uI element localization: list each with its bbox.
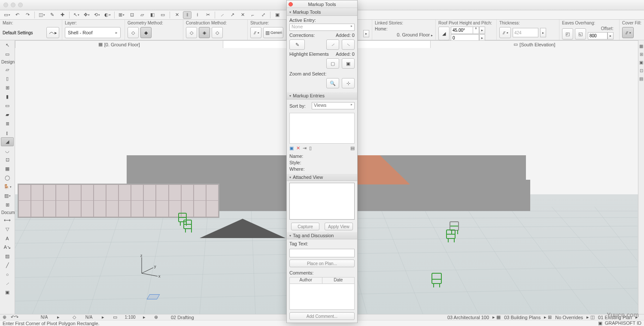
- redo-button[interactable]: ↷: [23, 11, 32, 19]
- label-tool[interactable]: A↘: [1, 243, 14, 252]
- arrow-tool[interactable]: ↖: [1, 41, 14, 50]
- step-icon[interactable]: ▸: [57, 314, 60, 320]
- eaves-icon-1[interactable]: ◰: [562, 28, 573, 39]
- suspend-button[interactable]: ✕: [173, 11, 181, 19]
- markup-tools-panel[interactable]: Markup Tools Markup Tools Active Entry: …: [286, 0, 358, 323]
- zoom-btn[interactable]: 🔍: [326, 78, 339, 88]
- object-tool[interactable]: 🪑: [1, 182, 14, 191]
- marquee-tool[interactable]: ▭: [1, 50, 14, 59]
- eaves-icon-2[interactable]: ◱: [575, 28, 586, 39]
- level-tool[interactable]: ▽: [1, 225, 14, 234]
- settings-button[interactable]: ▸: [46, 27, 59, 38]
- nav-icon-1[interactable]: ▦: [639, 44, 643, 48]
- polyline-tool[interactable]: ⟋: [1, 279, 14, 288]
- trim-button[interactable]: ✂: [204, 11, 212, 19]
- wall-tool[interactable]: ▱: [1, 65, 14, 74]
- add-comment-button[interactable]: Add Comment...: [289, 312, 355, 320]
- nav-icon-3[interactable]: ▣: [639, 60, 643, 65]
- section-attached-view[interactable]: Attached View: [287, 173, 357, 181]
- intersect-button[interactable]: ✕: [238, 11, 247, 19]
- fillet-button[interactable]: ⌐: [249, 11, 257, 19]
- highlight-btn-1[interactable]: ▢: [326, 58, 339, 69]
- mesh-tool[interactable]: ⊞: [1, 200, 14, 209]
- curtain-tool[interactable]: ▦: [1, 164, 14, 173]
- geom-method-2[interactable]: ◆: [140, 27, 152, 38]
- tab-south-elevation[interactable]: ▭[South Elevation]: [430, 40, 638, 48]
- entry-delete-btn[interactable]: ✕: [296, 145, 300, 151]
- highlight-btn-2[interactable]: ▣: [342, 58, 355, 69]
- offset-input[interactable]: [588, 32, 608, 39]
- snap-button[interactable]: ⊡: [128, 11, 136, 19]
- thickness-icon[interactable]: ⫽▸: [499, 27, 511, 38]
- step-icon-3[interactable]: ▸: [143, 314, 146, 320]
- align-v-button[interactable]: ⫲: [193, 11, 202, 19]
- grid-dropdown[interactable]: ⊞: [117, 11, 126, 19]
- step-icon-2[interactable]: ▸: [102, 314, 104, 320]
- angle-input[interactable]: [451, 27, 473, 34]
- entry-page-btn[interactable]: ▤: [350, 145, 355, 151]
- nav-icon-5[interactable]: ▤: [639, 76, 643, 81]
- section-tag-discussion[interactable]: Tag and Discussion: [287, 232, 357, 239]
- comments-list[interactable]: [289, 284, 355, 310]
- apply-view-button[interactable]: Apply View: [325, 223, 353, 230]
- zone-tool[interactable]: ▨: [1, 191, 14, 200]
- slab-tool[interactable]: ▰: [1, 110, 14, 119]
- constr-3[interactable]: ◇: [212, 27, 223, 38]
- undo-button[interactable]: ↶: [13, 11, 21, 19]
- struct-dropdown[interactable]: ▥Generi: [263, 27, 283, 38]
- adjust-button[interactable]: ↗: [228, 11, 237, 19]
- color-button[interactable]: ✚: [58, 11, 67, 19]
- sortby-select[interactable]: Views: [312, 102, 355, 109]
- railing-tool[interactable]: ⫿: [1, 128, 14, 137]
- geom-method-1[interactable]: ◇: [128, 27, 139, 38]
- entry-import-btn[interactable]: ⇥: [303, 145, 307, 151]
- mirror-dropdown[interactable]: ◐: [103, 11, 112, 19]
- zoom-in-icon[interactable]: ↷: [15, 314, 18, 320]
- sync-icon[interactable]: ▣: [598, 320, 602, 326]
- capture-button[interactable]: Capture: [291, 223, 319, 230]
- brand-id[interactable]: GRAPHISOFT ID: [605, 320, 641, 326]
- measure-button[interactable]: ✎: [48, 11, 56, 19]
- correction-add-btn[interactable]: ✎: [289, 39, 305, 50]
- traffic-lights[interactable]: [3, 3, 23, 7]
- morph-tool[interactable]: ◯: [1, 173, 14, 182]
- section-markup-entries[interactable]: Markup Entries: [287, 92, 357, 100]
- thickness-input[interactable]: [513, 28, 538, 37]
- line-tool[interactable]: ╱: [1, 261, 14, 270]
- marquee-dropdown[interactable]: ◫: [37, 11, 46, 19]
- select-btn[interactable]: ⊹: [342, 78, 355, 88]
- tab-ground-floor[interactable]: ▦[0. Ground Floor]: [15, 40, 223, 48]
- window-tool[interactable]: ⊞: [1, 83, 14, 92]
- drafting-status[interactable]: 02 Drafting: [171, 315, 194, 320]
- nav-icon-2[interactable]: ⊞: [640, 52, 643, 57]
- close-icon[interactable]: [289, 2, 293, 6]
- trace-button[interactable]: ◧: [148, 11, 157, 19]
- overrides-status[interactable]: No Overrides: [555, 315, 583, 320]
- column-tool[interactable]: ▮: [1, 92, 14, 101]
- plans-status[interactable]: 03 Building Plans: [504, 315, 541, 320]
- split-button[interactable]: ⟋: [218, 11, 226, 19]
- tag-text-input[interactable]: [289, 249, 355, 257]
- struct-icon-1[interactable]: ⫽▸: [250, 27, 261, 38]
- entry-new-btn[interactable]: ▣: [289, 145, 294, 151]
- shell-tool[interactable]: ◡: [1, 146, 14, 155]
- guide-button[interactable]: ▱: [138, 11, 146, 19]
- pitch-icon[interactable]: ◢: [438, 27, 450, 40]
- move-dropdown[interactable]: ✥: [82, 11, 91, 19]
- offset-arrow[interactable]: ▸: [608, 32, 614, 39]
- zoom-icon[interactable]: ⊕: [154, 314, 158, 320]
- ref-button[interactable]: ▭: [158, 11, 167, 19]
- cover-fill-button[interactable]: ⫽▸: [622, 27, 634, 38]
- constr-1[interactable]: ◇: [186, 27, 197, 38]
- roof-tool[interactable]: ◢: [1, 137, 14, 146]
- correction-btn-2[interactable]: ⟋: [326, 39, 339, 50]
- angle-arrow[interactable]: ▸: [479, 27, 485, 34]
- layer-dropdown[interactable]: Shell - Roof: [65, 27, 121, 38]
- entries-list[interactable]: [289, 113, 355, 144]
- circle-tool[interactable]: ○: [1, 270, 14, 279]
- rotate-dropdown[interactable]: ⟲: [93, 11, 101, 19]
- zoom-out-icon[interactable]: ↶: [11, 314, 15, 320]
- coord-x[interactable]: [31, 315, 57, 320]
- resize-button[interactable]: ⤢: [259, 11, 267, 19]
- thickness-arrow[interactable]: ▸: [540, 28, 546, 37]
